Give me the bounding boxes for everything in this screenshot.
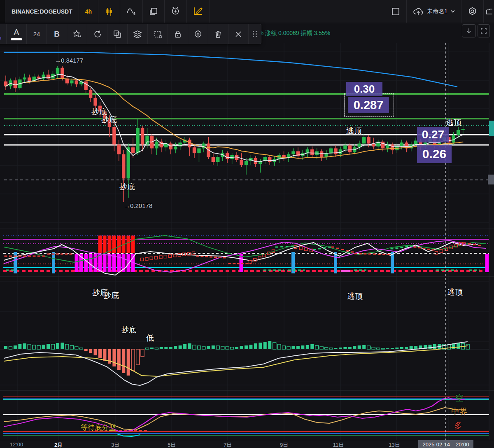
cloud-save-icon: [413, 7, 424, 16]
layers-icon: [133, 30, 142, 39]
layers-button[interactable]: [128, 24, 148, 44]
drawing-settings-toolbar: A 24 B: [0, 24, 261, 44]
candles-icon: [105, 7, 114, 16]
current-color-swatch: [0, 37, 1, 40]
chart-annotation[interactable]: 空: [455, 392, 464, 404]
compare-icon: [149, 7, 158, 16]
chevron-down-icon: [451, 10, 455, 13]
font-size-button[interactable]: 24: [27, 24, 47, 44]
rotate-icon: [93, 30, 102, 39]
favorite-button[interactable]: [67, 24, 87, 44]
text-style-button[interactable]: A: [7, 24, 27, 44]
top-toolbar: BINANCE:DOGEUSDT 4h: [0, 0, 494, 23]
symbol-stats: 5% 涨额 0.00069 振幅 3.55%: [255, 30, 330, 37]
chart-style-button[interactable]: [98, 0, 120, 23]
chart-annotation[interactable]: 逃顶: [347, 291, 363, 302]
trading-app: BINANCE:DOGEUSDT 4h: [0, 0, 494, 448]
symbol-button[interactable]: BINANCE:DOGEUSDT: [5, 0, 79, 23]
alert-icon: [171, 7, 180, 16]
chart-annotation[interactable]: 抄底: [103, 290, 119, 301]
chart-annotation[interactable]: 低: [146, 333, 154, 343]
drag-handle[interactable]: [249, 24, 261, 44]
clone-icon: [113, 30, 122, 39]
chart-annotation[interactable]: 逃顶: [346, 126, 362, 136]
bold-button[interactable]: B: [47, 24, 67, 44]
font-size-label: 24: [33, 30, 40, 37]
time-axis-label: 12:00: [10, 441, 23, 448]
draw-icon: [193, 7, 203, 16]
price-level-label[interactable]: 0.27: [417, 127, 449, 142]
time-axis-label: 3日: [111, 441, 119, 448]
color-swatch-button[interactable]: [0, 24, 7, 44]
time-axis-label: 13日: [389, 441, 400, 448]
camera-partial-icon: [486, 7, 492, 16]
time-axis-label: 2月: [54, 441, 63, 448]
bold-label: B: [54, 30, 60, 39]
clone-button[interactable]: [107, 24, 128, 44]
indicators-button[interactable]: [120, 0, 143, 23]
left-edge-strip: [0, 0, 5, 23]
screenshot-button[interactable]: [484, 0, 494, 23]
selection-button[interactable]: [148, 24, 168, 44]
selection-box-icon: [153, 30, 162, 39]
layout-name-label: 未命名1: [427, 8, 447, 15]
delete-button[interactable]: [208, 24, 228, 44]
layout-button[interactable]: [385, 0, 406, 23]
price-level-label[interactable]: 0.30: [346, 82, 382, 96]
chart-annotation[interactable]: →0.34177: [55, 57, 83, 64]
favorite-star-icon: [72, 30, 82, 39]
header-spacer: [210, 0, 385, 23]
trash-icon: [214, 30, 222, 39]
text-style-label: A: [14, 28, 19, 37]
replay-draw-button[interactable]: [187, 0, 210, 23]
time-axis-label: 7日: [224, 441, 232, 448]
chart-annotation[interactable]: 抄底: [101, 114, 117, 125]
lock-icon: [174, 30, 182, 39]
chart-annotation[interactable]: 逃顶: [447, 287, 463, 298]
fullscreen-icon: [481, 28, 487, 34]
chart-annotation[interactable]: 抄底: [119, 182, 135, 192]
price-level-label[interactable]: 0.26: [417, 145, 452, 163]
scroll-to-latest-button[interactable]: [462, 24, 476, 37]
time-axis-label: 11日: [333, 441, 344, 448]
drag-handle-icon: [253, 31, 257, 37]
layout-icon: [391, 7, 400, 16]
chart-canvas[interactable]: [0, 0, 494, 448]
chart-annotation[interactable]: 多: [454, 420, 462, 431]
time-axis-label: 9日: [280, 441, 288, 448]
compare-button[interactable]: [143, 0, 165, 23]
symbol-label: BINANCE:DOGEUSDT: [12, 8, 72, 15]
crosshair-time-badge: 2025-02-14 20:00: [418, 440, 473, 448]
chart-annotation[interactable]: 中界: [451, 406, 468, 417]
arrow-down-icon: [466, 28, 472, 34]
alert-button[interactable]: [165, 0, 187, 23]
visibility-button[interactable]: [188, 24, 208, 44]
close-button[interactable]: [228, 24, 249, 44]
crosshair-clock: 20:00: [456, 441, 469, 448]
rotate-button[interactable]: [87, 24, 107, 44]
chart-annotation[interactable]: 抄底: [121, 325, 136, 335]
cloud-save-button[interactable]: 未命名1: [406, 0, 461, 23]
text-color-bar: [11, 38, 22, 40]
visibility-hex-icon: [193, 30, 203, 39]
crosshair-date: 2025-02-14: [422, 441, 450, 448]
settings-button[interactable]: [461, 0, 484, 23]
interval-button[interactable]: 4h: [79, 0, 98, 23]
price-level-label[interactable]: 0.287: [348, 97, 389, 113]
time-axis[interactable]: 2025-02-14 20:00 12:002月3日5日7日9日11日13日: [0, 440, 494, 448]
chart-annotation[interactable]: 等待底分型: [81, 423, 116, 432]
indicators-icon: [126, 7, 136, 16]
lock-button[interactable]: [168, 24, 188, 44]
close-icon: [235, 30, 242, 38]
maximize-pane-button[interactable]: [478, 24, 490, 37]
settings-gear-icon: [468, 7, 477, 16]
chart-annotation[interactable]: →0.20178: [124, 202, 152, 209]
time-axis-label: 5日: [168, 441, 176, 448]
interval-label: 4h: [85, 8, 92, 15]
